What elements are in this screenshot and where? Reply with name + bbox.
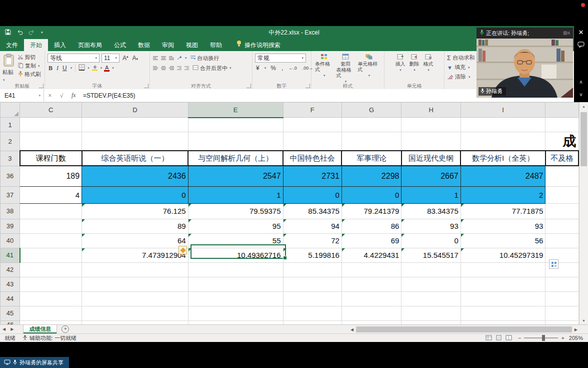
cell-H41[interactable]: 15.545517 xyxy=(402,248,460,262)
cell-E40[interactable]: 55 xyxy=(188,233,283,248)
cell-C44[interactable] xyxy=(20,291,82,306)
cell-E37[interactable]: 1 xyxy=(188,186,283,203)
zoom-level[interactable]: 205% xyxy=(569,335,583,341)
cell-I42[interactable] xyxy=(460,262,546,277)
cell-E44[interactable] xyxy=(188,291,283,306)
cell-F39[interactable]: 94 xyxy=(283,219,342,233)
cell-J44[interactable] xyxy=(546,291,578,306)
cell-I38[interactable]: 77.71875 xyxy=(460,203,546,219)
cell-H46[interactable] xyxy=(402,320,460,324)
increase-font-size-button[interactable]: A▴ xyxy=(122,55,130,62)
align-middle-icon[interactable] xyxy=(160,54,166,63)
cut-button[interactable]: 剪切 xyxy=(17,53,42,62)
bold-button[interactable]: B xyxy=(48,65,54,72)
vertical-scrollbar[interactable]: ▲ ▼ xyxy=(579,102,588,324)
cell-C36[interactable]: 189 xyxy=(20,166,82,186)
row-header-2[interactable]: 2 xyxy=(0,132,20,151)
cell-D1[interactable] xyxy=(82,118,188,132)
error-checking-button[interactable] xyxy=(178,246,187,254)
cell-D37[interactable]: 0 xyxy=(82,186,188,203)
cell-H2[interactable] xyxy=(402,132,460,151)
sheet-scroll-left-arrow[interactable]: ◀ xyxy=(0,327,8,331)
clipboard-dialog-launcher[interactable] xyxy=(39,84,44,88)
cell-D36[interactable]: 2436 xyxy=(82,166,188,186)
cell-H38[interactable]: 83.34375 xyxy=(402,203,460,219)
cell-D2[interactable] xyxy=(82,132,188,151)
cell-I39[interactable]: 93 xyxy=(460,219,546,233)
cell-F46[interactable] xyxy=(283,320,342,324)
cell-E3[interactable]: 与空间解析几何（上） xyxy=(188,151,283,166)
cell-G43[interactable] xyxy=(342,277,402,291)
ribbon-tab-data[interactable]: 数据 xyxy=(132,39,156,51)
expand-down-icon[interactable]: ∨ xyxy=(574,92,588,98)
cell-G3[interactable]: 军事理论 xyxy=(342,151,402,166)
cell-C38[interactable] xyxy=(20,203,82,219)
cell-C1[interactable] xyxy=(20,118,82,132)
cell-F2[interactable] xyxy=(283,132,342,151)
font-dialog-launcher[interactable] xyxy=(144,84,148,88)
cell-D3[interactable]: 综合英语听说（一） xyxy=(82,151,188,166)
cell-F41[interactable]: 5.199816 xyxy=(283,248,342,262)
cell-H44[interactable] xyxy=(402,291,460,306)
zoom-slider[interactable] xyxy=(524,337,558,338)
cell-J2[interactable]: 成 xyxy=(546,132,578,151)
cell-F3[interactable]: 中国特色社会 xyxy=(283,151,342,166)
cell-J43[interactable] xyxy=(546,277,578,291)
insert-cells-button[interactable]: + 插入▾ xyxy=(394,53,406,83)
cell-D43[interactable] xyxy=(82,277,188,291)
cell-F36[interactable]: 2731 xyxy=(283,166,342,186)
cell-F42[interactable] xyxy=(283,262,342,277)
sheet-tab-active[interactable]: 成绩信息 xyxy=(23,325,57,333)
cell-E43[interactable] xyxy=(188,277,283,291)
column-header-H[interactable]: H xyxy=(402,103,460,118)
cell-E46[interactable] xyxy=(188,320,283,324)
cell-J46[interactable] xyxy=(546,320,578,324)
wrap-text-button[interactable]: 自动换行 xyxy=(189,54,220,63)
cell-G2[interactable] xyxy=(342,132,402,151)
orientation-button[interactable] xyxy=(176,54,182,63)
column-header-I[interactable]: I xyxy=(460,103,546,118)
cell-E42[interactable] xyxy=(188,262,283,277)
cancel-icon[interactable]: × xyxy=(48,92,52,99)
zoom-out-button[interactable]: − xyxy=(518,335,521,341)
row-header-43[interactable]: 43 xyxy=(0,277,20,291)
cell-D44[interactable] xyxy=(82,291,188,306)
cell-G44[interactable] xyxy=(342,291,402,306)
cell-G45[interactable] xyxy=(342,306,402,320)
column-header-F[interactable]: F xyxy=(283,103,342,118)
cell-H3[interactable]: 国近现代史纲 xyxy=(402,151,460,166)
cell-C3[interactable]: 课程门数 xyxy=(20,151,82,166)
format-painter-button[interactable]: 格式刷 xyxy=(17,70,42,79)
format-as-table-button[interactable]: 套用 表格格式▾ xyxy=(336,53,356,83)
sheet-scroll-right-arrow[interactable]: ▶ xyxy=(8,327,16,331)
cell-J36[interactable] xyxy=(546,166,578,186)
ribbon-tab-formulas[interactable]: 公式 xyxy=(108,39,132,51)
align-bottom-icon[interactable] xyxy=(168,54,174,63)
cell-G1[interactable] xyxy=(342,118,402,132)
cell-H42[interactable] xyxy=(402,262,460,277)
comma-style-button[interactable]: , xyxy=(280,65,284,72)
number-dialog-launcher[interactable] xyxy=(306,84,310,88)
tell-me-box[interactable]: 操作说明搜索 xyxy=(236,39,280,51)
cell-F40[interactable]: 72 xyxy=(283,233,342,248)
cell-G36[interactable]: 2298 xyxy=(342,166,402,186)
page-layout-view-button[interactable] xyxy=(496,335,502,341)
column-header-E[interactable]: E xyxy=(188,103,283,118)
cell-G37[interactable]: 0 xyxy=(342,186,402,203)
redo-button[interactable] xyxy=(28,28,35,37)
cell-D41[interactable]: 7.473912904 xyxy=(82,248,188,262)
cell-C39[interactable] xyxy=(20,219,82,233)
cell-F37[interactable]: 0 xyxy=(283,186,342,203)
underline-button[interactable]: U xyxy=(62,65,68,72)
percent-style-button[interactable]: % xyxy=(270,65,277,72)
cell-E36[interactable]: 2547 xyxy=(188,166,283,186)
undo-button[interactable] xyxy=(16,28,23,37)
column-header-D[interactable]: D xyxy=(82,103,188,118)
save-button[interactable] xyxy=(5,28,11,37)
horizontal-scroll-thumb[interactable] xyxy=(356,326,572,332)
cell-E45[interactable] xyxy=(188,306,283,320)
decrease-indent-icon[interactable] xyxy=(176,64,182,73)
cell-H37[interactable]: 1 xyxy=(402,186,460,203)
align-center-icon[interactable] xyxy=(160,64,166,73)
align-left-icon[interactable] xyxy=(152,64,158,73)
